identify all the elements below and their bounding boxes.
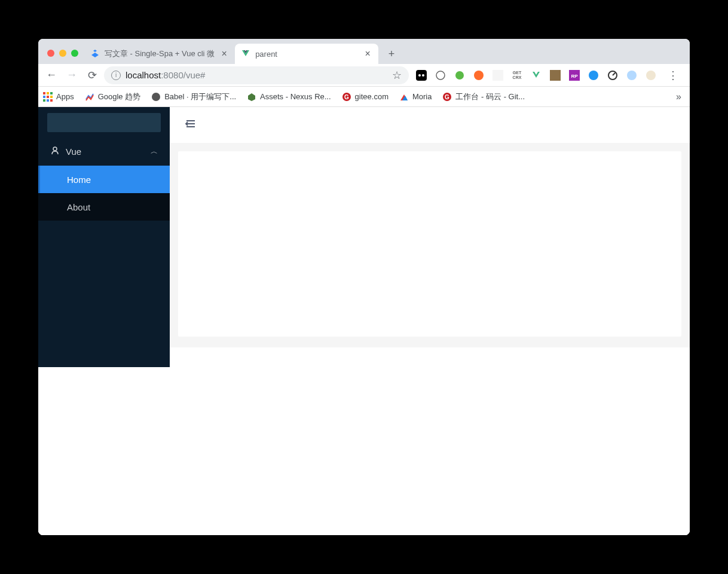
sidebar: Vue ︿ Home About xyxy=(38,107,170,367)
browser-tab-active[interactable]: parent × xyxy=(235,44,378,64)
bookmark-item[interactable]: G 工作台 - 码云 - Git... xyxy=(442,91,525,102)
browser-window: 写文章 - Single-Spa + Vue cli 微 × parent × … xyxy=(38,39,690,535)
bookmarks-overflow-button[interactable]: » xyxy=(672,91,685,102)
svg-point-14 xyxy=(152,93,160,101)
svg-point-12 xyxy=(627,71,637,80)
bookmarks-bar: Apps Google 趋势 Babel · 用于编写下... Assets -… xyxy=(38,87,690,107)
svg-point-4 xyxy=(474,71,484,80)
new-tab-button[interactable]: + xyxy=(383,45,400,62)
forward-button[interactable]: → xyxy=(63,67,80,84)
content-card xyxy=(178,151,681,337)
vue-devtools-icon[interactable] xyxy=(531,70,542,81)
vue-icon xyxy=(241,49,250,59)
svg-point-9 xyxy=(589,71,598,80)
extension-icon[interactable] xyxy=(416,70,427,81)
sidebar-logo xyxy=(38,107,170,137)
sidebar-item-label: Home xyxy=(67,175,91,185)
apps-grid-icon xyxy=(43,92,53,102)
extension-icon[interactable] xyxy=(588,70,599,81)
sidebar-collapse-button[interactable] xyxy=(184,118,196,133)
svg-text:G: G xyxy=(445,94,450,100)
bookmark-item[interactable]: Moria xyxy=(399,92,432,102)
main-area xyxy=(170,107,690,535)
svg-text:RP: RP xyxy=(571,74,578,79)
extension-icon[interactable]: RP xyxy=(569,70,580,81)
browser-menu-button[interactable]: ⋮ xyxy=(665,67,681,84)
maximize-window-button[interactable] xyxy=(71,50,78,57)
bookmark-item[interactable]: Google 趋势 xyxy=(85,91,141,102)
extension-icon[interactable] xyxy=(550,70,561,81)
gitee-icon: G xyxy=(342,92,351,102)
extension-icon[interactable] xyxy=(473,70,484,81)
svg-point-1 xyxy=(418,74,421,77)
tab-title: 写文章 - Single-Spa + Vue cli 微 xyxy=(105,48,215,59)
main-header xyxy=(170,107,690,143)
user-icon xyxy=(50,146,60,157)
moria-icon xyxy=(399,92,409,102)
tab-title: parent xyxy=(255,50,358,59)
bookmark-label: Moria xyxy=(412,92,432,101)
bookmark-item[interactable]: Babel · 用于编写下... xyxy=(151,91,236,102)
bookmark-label: Babel · 用于编写下... xyxy=(164,91,236,102)
url-port: :8080 xyxy=(161,70,183,80)
profile-avatar-icon[interactable] xyxy=(646,70,656,81)
sidebar-item-about[interactable]: About xyxy=(38,193,170,221)
sidebar-item-label: About xyxy=(67,202,90,212)
svg-line-11 xyxy=(613,73,615,75)
bookmark-star-icon[interactable]: ☆ xyxy=(392,69,402,82)
page-content: Vue ︿ Home About xyxy=(38,107,690,535)
browser-tab[interactable]: 写文章 - Single-Spa + Vue cli 微 × xyxy=(84,44,235,64)
juejin-icon xyxy=(90,49,100,59)
reload-button[interactable]: ⟳ xyxy=(84,67,100,84)
sidebar-menu-vue[interactable]: Vue ︿ xyxy=(38,137,170,166)
bookmark-label: 工作台 - 码云 - Git... xyxy=(455,91,525,102)
extension-icon[interactable] xyxy=(607,70,618,81)
sidebar-item-home[interactable]: Home xyxy=(38,166,170,193)
back-button[interactable]: ← xyxy=(43,67,60,84)
bookmark-item[interactable]: Assets - Nexus Re... xyxy=(247,92,331,102)
apps-button[interactable]: Apps xyxy=(43,92,74,102)
svg-rect-0 xyxy=(416,70,427,81)
close-window-button[interactable] xyxy=(47,50,54,57)
extension-icons: GETCRX RP ⋮ xyxy=(412,67,685,84)
main-body xyxy=(170,143,690,347)
bookmark-label: Assets - Nexus Re... xyxy=(260,92,331,101)
trends-icon xyxy=(85,92,94,102)
babel-icon xyxy=(151,92,161,102)
apps-label: Apps xyxy=(56,92,74,101)
extension-icon[interactable] xyxy=(493,70,503,81)
sidebar-group-label: Vue xyxy=(66,146,81,157)
bookmark-label: gitee.com xyxy=(355,92,389,101)
tab-bar: 写文章 - Single-Spa + Vue cli 微 × parent × … xyxy=(38,39,690,64)
svg-point-2 xyxy=(422,74,424,77)
site-info-icon[interactable]: i xyxy=(111,71,121,80)
close-tab-icon[interactable]: × xyxy=(363,49,372,59)
get-crx-icon[interactable]: GETCRX xyxy=(512,70,522,81)
extension-icon[interactable] xyxy=(435,70,446,81)
gitee-icon: G xyxy=(442,92,452,102)
close-tab-icon[interactable]: × xyxy=(219,49,229,59)
svg-point-13 xyxy=(646,71,656,80)
svg-marker-15 xyxy=(248,93,255,101)
window-controls xyxy=(44,50,84,64)
svg-rect-6 xyxy=(550,70,561,81)
extension-icon[interactable] xyxy=(454,70,465,81)
url-input[interactable]: i localhost:8080/vue# ☆ xyxy=(104,66,409,84)
svg-text:G: G xyxy=(344,94,349,100)
chevron-up-icon: ︿ xyxy=(151,146,158,157)
svg-point-3 xyxy=(436,71,445,80)
svg-point-22 xyxy=(53,147,57,151)
bookmark-item[interactable]: G gitee.com xyxy=(342,92,389,102)
nexus-icon xyxy=(247,92,256,102)
bookmark-label: Google 趋势 xyxy=(98,91,141,102)
url-path: /vue# xyxy=(183,70,206,80)
minimize-window-button[interactable] xyxy=(59,50,66,57)
url-host: localhost xyxy=(126,70,161,80)
extension-icon[interactable] xyxy=(626,70,637,81)
svg-rect-5 xyxy=(493,70,503,81)
address-bar: ← → ⟳ i localhost:8080/vue# ☆ GETCRX RP … xyxy=(38,64,690,87)
